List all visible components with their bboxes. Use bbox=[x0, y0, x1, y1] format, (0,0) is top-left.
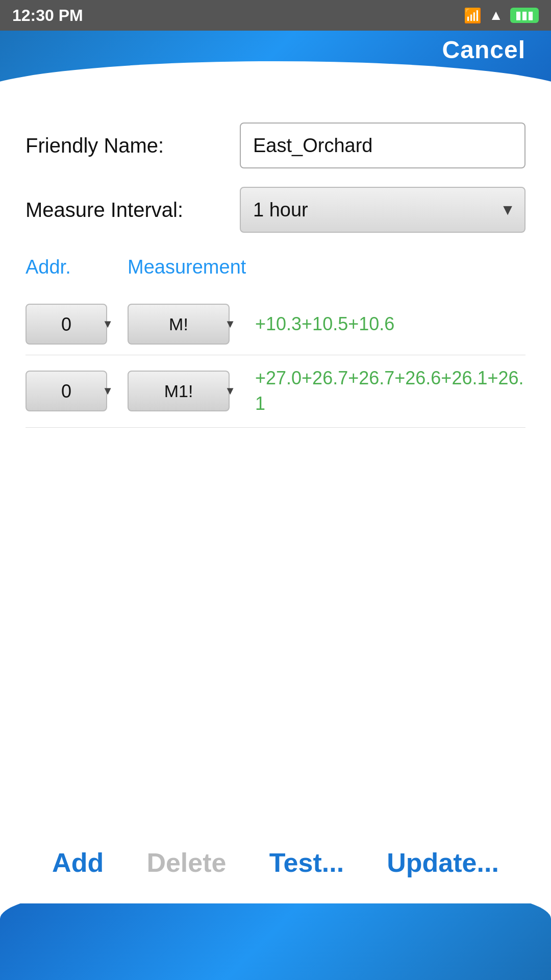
wifi-icon: 📶 bbox=[464, 7, 482, 24]
bottom-actions: Add Delete Test... Update... bbox=[0, 847, 551, 878]
status-bar: 12:30 PM 📶 ▲ ▮▮▮ bbox=[0, 0, 551, 31]
cancel-button[interactable]: Cancel bbox=[442, 36, 525, 64]
main-content: Friendly Name: Measure Interval: 1 minut… bbox=[0, 102, 551, 428]
measure-interval-row: Measure Interval: 1 minute 5 minutes 15 … bbox=[26, 187, 525, 233]
addr-dropdown-2: 0 1 2 3 ▼ bbox=[26, 371, 117, 411]
signal-icon: ▲ bbox=[489, 7, 503, 23]
data-values-2: +27.0+26.7+26.7+26.6+26.1+26.1 bbox=[255, 365, 525, 417]
table-row: 0 1 2 3 ▼ M! M1! M2! ▼ +10.3+10.5+10.6 bbox=[26, 293, 525, 355]
friendly-name-row: Friendly Name: bbox=[26, 122, 525, 168]
measurement-column-header: Measurement bbox=[128, 256, 246, 278]
friendly-name-label: Friendly Name: bbox=[26, 134, 240, 157]
status-time: 12:30 PM bbox=[12, 6, 83, 25]
measure-interval-select[interactable]: 1 minute 5 minutes 15 minutes 30 minutes… bbox=[240, 187, 525, 233]
status-icons: 📶 ▲ ▮▮▮ bbox=[464, 7, 539, 24]
addr-select-1[interactable]: 0 1 2 3 bbox=[26, 304, 107, 345]
table-headers: Addr. Measurement bbox=[26, 251, 525, 283]
delete-button[interactable]: Delete bbox=[146, 847, 226, 878]
test-button[interactable]: Test... bbox=[269, 847, 344, 878]
measure-interval-select-wrapper: 1 minute 5 minutes 15 minutes 30 minutes… bbox=[240, 187, 525, 233]
battery-icon: ▮▮▮ bbox=[510, 8, 539, 23]
meas-select-1[interactable]: M! M1! M2! bbox=[128, 304, 230, 345]
add-button[interactable]: Add bbox=[52, 847, 104, 878]
addr-dropdown-1: 0 1 2 3 ▼ bbox=[26, 304, 117, 345]
data-values-1: +10.3+10.5+10.6 bbox=[255, 311, 525, 337]
bottom-wave bbox=[0, 878, 551, 980]
meas-dropdown-1: M! M1! M2! ▼ bbox=[128, 304, 240, 345]
addr-column-header: Addr. bbox=[26, 256, 117, 278]
meas-dropdown-2: M! M1! M2! ▼ bbox=[128, 371, 240, 411]
meas-select-2[interactable]: M! M1! M2! bbox=[128, 371, 230, 411]
table-row: 0 1 2 3 ▼ M! M1! M2! ▼ +27.0+26.7+26.7+2… bbox=[26, 355, 525, 428]
update-button[interactable]: Update... bbox=[387, 847, 499, 878]
friendly-name-input[interactable] bbox=[240, 122, 525, 168]
measure-interval-label: Measure Interval: bbox=[26, 199, 240, 222]
addr-select-2[interactable]: 0 1 2 3 bbox=[26, 371, 107, 411]
